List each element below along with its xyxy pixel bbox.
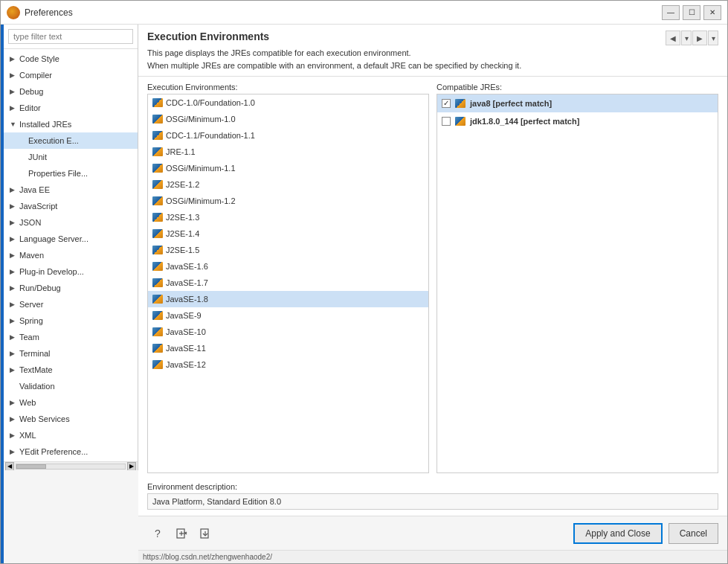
env-item-jre11[interactable]: JRE-1.1: [148, 144, 428, 160]
env-item-osgi-min10[interactable]: OSGi/Minimum-1.0: [148, 111, 428, 127]
sidebar-item-javascript[interactable]: ▶ JavaScript: [4, 198, 138, 214]
jre-item-java8[interactable]: java8 [perfect match]: [437, 94, 718, 112]
env-icon: [152, 360, 163, 369]
import-button[interactable]: [195, 523, 216, 544]
sidebar-item-maven[interactable]: ▶ Maven: [4, 247, 138, 263]
sidebar-item-terminal[interactable]: ▶ Terminal: [4, 345, 138, 362]
sidebar-item-xml[interactable]: ▶ XML: [4, 427, 138, 443]
env-label-osgi-min10: OSGi/Minimum-1.0: [166, 112, 236, 126]
sidebar-item-run-debug[interactable]: ▶ Run/Debug: [4, 280, 138, 296]
sidebar-item-code-style[interactable]: ▶ Code Style: [4, 51, 138, 67]
sidebar-item-textmate[interactable]: ▶ TextMate: [4, 362, 138, 378]
sidebar-item-server[interactable]: ▶ Server: [4, 296, 138, 313]
jre-checkbox-jdk8144[interactable]: [442, 117, 451, 126]
sidebar-item-validation[interactable]: Validation: [4, 378, 138, 394]
cancel-button[interactable]: Cancel: [669, 523, 718, 544]
sidebar-horizontal-scrollbar[interactable]: ◀ ▶: [4, 461, 138, 470]
sidebar-tree: ▶ Code Style ▶ Compiler ▶ Debug: [4, 49, 138, 461]
filter-input[interactable]: [8, 29, 133, 44]
env-item-osgi-min12[interactable]: OSGi/Minimum-1.2: [148, 193, 428, 209]
sidebar-item-execution-env[interactable]: Execution E...: [4, 132, 138, 149]
environments-list[interactable]: CDC-1.0/Foundation-1.0 OSGi/Minimum-1.0 …: [147, 94, 429, 473]
sidebar-item-spring[interactable]: ▶ Spring: [4, 313, 138, 329]
env-item-osgi-min11[interactable]: OSGi/Minimum-1.1: [148, 160, 428, 176]
env-item-javase12[interactable]: JavaSE-12: [148, 356, 428, 373]
sidebar-item-properties-file[interactable]: Properties File...: [4, 165, 138, 182]
arrow-run-debug: ▶: [10, 281, 17, 295]
env-item-j2se15[interactable]: J2SE-1.5: [148, 242, 428, 258]
sidebar-item-debug[interactable]: ▶ Debug: [4, 83, 138, 100]
scroll-right-arrow[interactable]: ▶: [127, 462, 136, 471]
env-icon: [152, 246, 163, 254]
label-editor: Editor: [19, 101, 41, 115]
sidebar-item-editor[interactable]: ▶ Editor: [4, 100, 138, 116]
env-item-javase16[interactable]: JavaSE-1.6: [148, 258, 428, 275]
sidebar-item-team[interactable]: ▶ Team: [4, 329, 138, 345]
sidebar-item-json[interactable]: ▶ JSON: [4, 214, 138, 231]
sidebar-item-language-server[interactable]: ▶ Language Server...: [4, 231, 138, 247]
sidebar-item-plugin-develop[interactable]: ▶ Plug-in Develop...: [4, 263, 138, 280]
arrow-java-ee: ▶: [10, 183, 17, 196]
label-web-services: Web Services: [19, 412, 70, 426]
label-plugin-develop: Plug-in Develop...: [19, 265, 84, 278]
sidebar-item-compiler[interactable]: ▶ Compiler: [4, 67, 138, 83]
jre-icon-jdk8144: [455, 117, 466, 126]
sidebar-item-junit[interactable]: JUnit: [4, 149, 138, 165]
sidebar-item-web[interactable]: ▶ Web: [4, 394, 138, 411]
forward-button[interactable]: ▶: [692, 31, 707, 45]
env-icon: [152, 180, 163, 189]
help-button[interactable]: ?: [147, 523, 168, 544]
scroll-left-arrow[interactable]: ◀: [5, 462, 14, 471]
env-icon: [152, 295, 163, 304]
jre-checkbox-java8[interactable]: [442, 99, 451, 108]
export-button[interactable]: [171, 523, 192, 544]
env-desc-input[interactable]: [147, 493, 718, 510]
env-item-javase9[interactable]: JavaSE-9: [148, 307, 428, 324]
arrow-installed-jres: ▼: [10, 118, 17, 131]
env-desc-label: Environment description:: [147, 482, 718, 491]
page-header-left: Execution Environments This page display…: [147, 31, 521, 71]
env-item-javase18[interactable]: JavaSE-1.8: [148, 291, 428, 307]
arrow-plugin-develop: ▶: [10, 265, 17, 278]
footer-right-buttons: Apply and Close Cancel: [573, 523, 718, 544]
close-button[interactable]: ✕: [703, 5, 721, 20]
page-header: Execution Environments This page display…: [138, 25, 727, 77]
sidebar-item-java-ee[interactable]: ▶ Java EE: [4, 182, 138, 198]
env-item-javase17[interactable]: JavaSE-1.7: [148, 275, 428, 291]
env-icon: [152, 262, 163, 271]
arrow-javascript: ▶: [10, 199, 17, 213]
arrow-code-style: ▶: [10, 52, 17, 65]
env-item-j2se14[interactable]: J2SE-1.4: [148, 225, 428, 242]
env-item-j2se12[interactable]: J2SE-1.2: [148, 176, 428, 193]
label-debug: Debug: [19, 85, 43, 98]
arrow-web: ▶: [10, 396, 17, 409]
sidebar-item-yedit[interactable]: ▶ YEdit Preference...: [4, 443, 138, 460]
page-title: Execution Environments: [147, 31, 521, 42]
env-item-javase10[interactable]: JavaSE-10: [148, 324, 428, 340]
back-button[interactable]: ◀: [666, 31, 680, 45]
forward-dropdown-button[interactable]: ▾: [708, 31, 718, 45]
env-label-javase16: JavaSE-1.6: [166, 260, 208, 273]
jres-list[interactable]: java8 [perfect match] jdk1.8.0_144 [perf…: [437, 94, 718, 473]
jre-icon-java8: [455, 99, 466, 108]
jres-panel: Compatible JREs: java8 [perfect match] j…: [437, 83, 718, 473]
titlebar: Preferences — ☐ ✕: [1, 1, 727, 25]
sidebar-item-installed-jres[interactable]: ▼ Installed JREs: [4, 116, 138, 132]
jre-item-jdk8144[interactable]: jdk1.8.0_144 [perfect match]: [437, 112, 718, 130]
env-label-osgi-min11: OSGi/Minimum-1.1: [166, 161, 236, 175]
arrow-textmate: ▶: [10, 363, 17, 376]
env-item-j2se13[interactable]: J2SE-1.3: [148, 209, 428, 225]
minimize-button[interactable]: —: [662, 5, 680, 20]
apply-close-button[interactable]: Apply and Close: [573, 523, 662, 544]
arrow-xml: ▶: [10, 429, 17, 442]
filter-box: [4, 25, 138, 49]
env-item-javase11[interactable]: JavaSE-11: [148, 340, 428, 356]
sidebar-item-web-services[interactable]: ▶ Web Services: [4, 411, 138, 427]
back-dropdown-button[interactable]: ▾: [681, 31, 692, 45]
env-item-cdc11[interactable]: CDC-1.1/Foundation-1.1: [148, 127, 428, 144]
environments-label: Execution Environments:: [147, 83, 429, 92]
env-item-cdc10[interactable]: CDC-1.0/Foundation-1.0: [148, 94, 428, 111]
jres-label: Compatible JREs:: [437, 83, 718, 92]
maximize-button[interactable]: ☐: [683, 5, 700, 20]
sidebar-wrapper: ▶ Code Style ▶ Compiler ▶ Debug: [1, 25, 138, 563]
